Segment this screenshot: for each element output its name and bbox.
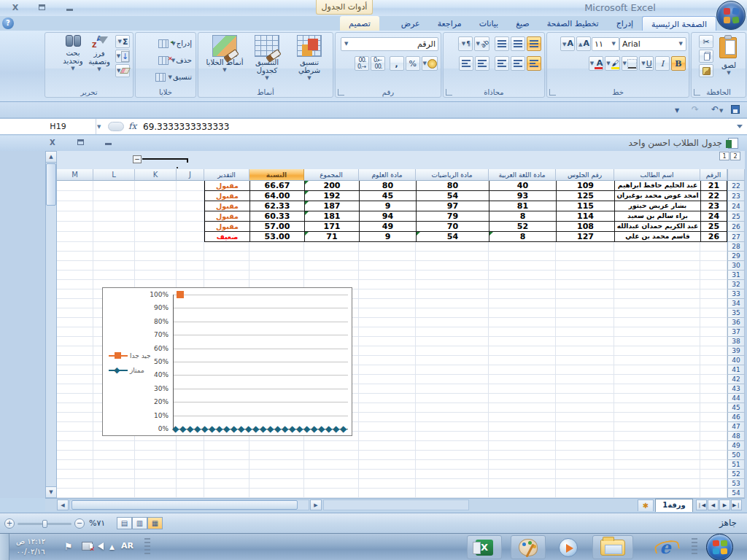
cell[interactable] [556, 403, 614, 413]
delete-cells-button[interactable]: حذف▼ [138, 52, 193, 69]
paste-button[interactable]: لصق ▼ [714, 35, 743, 86]
cell[interactable] [700, 451, 727, 460]
zoom-out-icon[interactable]: − [74, 518, 85, 529]
cell[interactable] [135, 252, 177, 261]
help-icon[interactable]: ? [2, 18, 14, 29]
table-cell[interactable]: 49 [359, 222, 416, 232]
cell[interactable] [700, 318, 727, 327]
cell-K[interactable] [135, 222, 177, 232]
language-indicator[interactable]: AR [121, 541, 133, 551]
cell[interactable] [359, 394, 416, 403]
table-cell[interactable]: 8 [489, 211, 556, 222]
table-cell[interactable]: مقبول [204, 191, 249, 201]
cell-J[interactable] [177, 191, 204, 201]
workbook-close-icon[interactable]: X [50, 139, 55, 147]
orientation-button[interactable]: ab▼ [474, 36, 489, 51]
cell[interactable] [416, 261, 489, 271]
table-cell[interactable]: 81 [489, 201, 556, 211]
cell[interactable] [700, 403, 727, 413]
ribbon-tab-0[interactable]: الصفحة الرئيسية [642, 16, 716, 31]
cell[interactable] [614, 346, 700, 356]
taskbar-ie-button[interactable]: e [651, 537, 679, 558]
row-header[interactable]: 25 [727, 211, 745, 222]
hidden-icons-chevron[interactable]: ▲ [109, 543, 115, 551]
table-cell[interactable]: 80 [416, 181, 489, 191]
collapse-group-button[interactable]: − [133, 155, 142, 163]
cell[interactable] [304, 252, 359, 261]
cell[interactable] [614, 470, 700, 479]
cell[interactable] [177, 479, 204, 489]
column-header-L[interactable]: L [93, 169, 135, 181]
increase-indent-button[interactable] [459, 56, 473, 71]
cell[interactable] [614, 441, 700, 451]
cell[interactable] [93, 479, 135, 489]
row-header[interactable]: 50 [727, 451, 745, 460]
table-header-6[interactable]: رقم الجلوس [556, 169, 614, 181]
cell-L[interactable] [93, 211, 135, 222]
cell[interactable] [614, 432, 700, 441]
cell[interactable] [57, 356, 93, 365]
cell[interactable] [93, 441, 135, 451]
row-header[interactable]: 52 [727, 470, 745, 479]
table-cell[interactable]: 94 [359, 211, 416, 222]
cell[interactable] [556, 384, 614, 394]
cell[interactable] [700, 479, 727, 489]
cell[interactable] [93, 252, 135, 261]
cell-K[interactable] [135, 181, 177, 191]
cell[interactable] [249, 460, 304, 470]
cell-K[interactable] [135, 191, 177, 201]
fill-button[interactable]: ↓▼ [115, 50, 130, 63]
cell[interactable] [249, 242, 304, 252]
cell[interactable] [489, 271, 556, 280]
cell[interactable] [304, 489, 359, 498]
outline-level-2-button[interactable]: 2 [730, 152, 740, 160]
cell-styles-button[interactable]: أنماط الخلايا▼ [204, 35, 246, 86]
cell-J[interactable] [177, 232, 204, 242]
text-direction-button[interactable]: ¶▼ [458, 36, 473, 51]
cell[interactable] [93, 242, 135, 252]
table-cell[interactable]: عبد الحليم حافظ ابراهيم [614, 181, 700, 191]
table-header-1[interactable]: النسبة [249, 169, 304, 181]
cell-J[interactable] [177, 211, 204, 222]
cell[interactable] [614, 394, 700, 403]
cell[interactable] [57, 299, 93, 308]
cell[interactable] [304, 271, 359, 280]
cell[interactable] [57, 252, 93, 261]
row-header[interactable]: 45 [727, 403, 745, 413]
ribbon-tab-5[interactable]: مراجعة [429, 16, 471, 31]
borders-button[interactable]: ▼ [622, 56, 638, 71]
cell[interactable] [359, 422, 416, 432]
cell[interactable] [700, 271, 727, 280]
cell[interactable] [177, 252, 204, 261]
cell[interactable] [489, 365, 556, 375]
row-header[interactable]: 54 [727, 489, 745, 498]
cell[interactable] [489, 356, 556, 365]
cell[interactable] [614, 489, 700, 498]
cell[interactable] [489, 422, 556, 432]
row-header[interactable]: 28 [727, 242, 745, 252]
cell[interactable] [57, 432, 93, 441]
cell-J[interactable] [177, 222, 204, 232]
cell[interactable] [359, 271, 416, 280]
cell[interactable] [556, 413, 614, 422]
table-cell[interactable]: 54 [416, 191, 489, 201]
cell[interactable] [57, 242, 93, 252]
table-cell[interactable]: 71 [304, 232, 359, 242]
cell-J[interactable] [177, 181, 204, 191]
cell[interactable] [614, 327, 700, 337]
cell[interactable] [700, 356, 727, 365]
cell[interactable] [556, 271, 614, 280]
align-right-button[interactable] [511, 56, 525, 71]
cell[interactable] [204, 470, 249, 479]
table-cell[interactable]: 62.33 [249, 201, 304, 211]
table-header-2[interactable]: المجموع [304, 169, 359, 181]
cell[interactable] [489, 337, 556, 346]
table-cell[interactable]: 24 [700, 211, 727, 222]
cell[interactable] [416, 470, 489, 479]
cell[interactable] [204, 460, 249, 470]
cell[interactable] [614, 299, 700, 308]
taskbar-excel-button[interactable]: X [467, 535, 502, 559]
cell[interactable] [57, 365, 93, 375]
vertical-scrollbar[interactable]: ▲ ▼ [45, 151, 57, 498]
cell[interactable] [556, 422, 614, 432]
